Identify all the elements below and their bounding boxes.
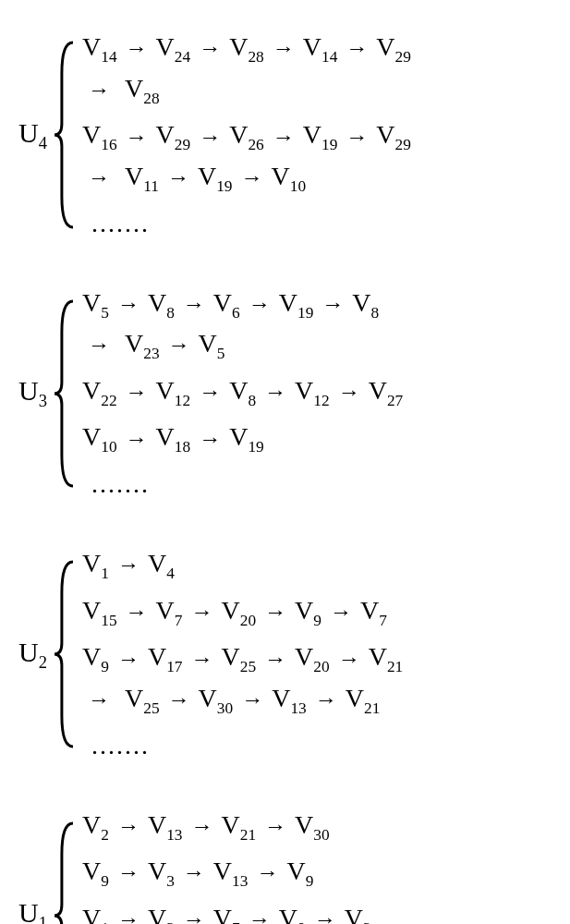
arrow-icon: → (183, 903, 205, 924)
arrow-icon: → (88, 328, 110, 361)
arrow-icon: → (117, 809, 139, 843)
sequence-row: V16→V29→V26→V19→V29→ V11→V19→V10 (82, 116, 552, 198)
arrow-icon: → (126, 375, 148, 408)
arrow-icon: → (241, 161, 263, 194)
node: V6 (213, 284, 240, 325)
node: V25 (125, 679, 160, 721)
arrow-icon: → (264, 375, 286, 408)
node: V19 (198, 157, 233, 199)
ellipsis: ....... (91, 204, 150, 243)
group-label-sub: 1 (39, 913, 47, 924)
group-label: U3 (18, 375, 47, 411)
node: V3 (148, 852, 175, 894)
arrow-icon: → (88, 161, 110, 194)
node: V19 (229, 418, 264, 459)
ellipsis: ....... (91, 465, 150, 504)
arrow-icon: → (264, 642, 286, 675)
node: V3 (148, 899, 175, 924)
arrow-icon: → (117, 548, 139, 581)
arrow-icon: → (273, 120, 295, 153)
arrow-icon: → (199, 422, 221, 456)
node: V5 (199, 324, 225, 366)
arrow-icon: → (249, 287, 271, 321)
arrow-icon: → (338, 642, 360, 675)
node: V20 (295, 638, 330, 679)
node: V28 (125, 69, 160, 111)
node: V9 (279, 899, 306, 924)
arrow-icon: → (117, 287, 139, 321)
node: V23 (125, 324, 160, 366)
arrow-icon: → (249, 903, 271, 924)
group-label: U2 (18, 637, 47, 673)
sequence-row: V5→V8→V6→V19→V8→ V23→V5 (82, 284, 522, 366)
brace-icon (53, 39, 73, 231)
arrow-icon: → (330, 595, 352, 628)
sequence-row: V1→V3→V7→V9→V3→ V12→V27 (82, 899, 522, 924)
node: V21 (346, 679, 381, 721)
node: V9 (286, 852, 313, 894)
node: V7 (213, 899, 240, 924)
group-u4: U4 V14→V24→V28→V14→V29→ V28V16→V29→V26→V… (18, 28, 552, 243)
arrow-icon: → (190, 642, 212, 675)
node: V25 (221, 638, 256, 679)
arrow-icon: → (117, 856, 139, 889)
group-label: U4 (18, 117, 47, 153)
group-label-main: U (18, 897, 39, 924)
arrow-icon: → (168, 328, 190, 361)
arrow-icon: → (190, 595, 212, 628)
sequence-row: V14→V24→V28→V14→V29→ V28 (82, 28, 552, 110)
arrow-icon: → (321, 287, 344, 321)
node: V12 (156, 371, 191, 413)
arrow-icon: → (199, 120, 221, 153)
arrow-icon: → (264, 809, 286, 843)
node: V24 (156, 28, 191, 69)
node: V29 (376, 116, 411, 157)
node: V5 (82, 284, 109, 325)
arrow-icon: → (346, 31, 368, 65)
arrow-icon: → (126, 595, 148, 628)
sequence-row: V15→V7→V20→V9→V7 (82, 591, 552, 633)
arrow-icon: → (190, 809, 212, 843)
arrow-icon: → (117, 903, 139, 924)
node: V19 (303, 116, 338, 157)
node: V8 (229, 371, 256, 413)
group-label-sub: 2 (39, 652, 47, 672)
arrow-icon: → (315, 683, 337, 716)
node: V17 (148, 638, 183, 679)
group-label-sub: 3 (39, 391, 47, 410)
node: V26 (229, 116, 264, 157)
group-content: V14→V24→V28→V14→V29→ V28V16→V29→V26→V19→… (82, 28, 552, 243)
sequence-row: V2→V13→V21→V30 (82, 806, 522, 847)
node: V21 (221, 806, 256, 847)
node: V11 (125, 157, 159, 199)
node: V8 (352, 284, 379, 325)
group-label-main: U (18, 637, 39, 667)
arrow-icon: → (126, 422, 148, 456)
node: V21 (369, 638, 404, 679)
arrow-icon: → (126, 31, 148, 65)
node: V29 (156, 116, 191, 157)
group-label-sub: 4 (39, 133, 47, 152)
group-content: V1→V4V15→V7→V20→V9→V7V9→V17→V25→V20→V21→… (82, 544, 552, 765)
node: V10 (272, 157, 307, 199)
node: V19 (279, 284, 314, 325)
node: V9 (295, 591, 321, 633)
node: V30 (295, 806, 330, 847)
arrow-icon: → (346, 120, 368, 153)
node: V13 (272, 679, 307, 721)
arrow-icon: → (338, 375, 360, 408)
arrow-icon: → (126, 120, 148, 153)
group-label-main: U (18, 117, 39, 148)
node: V12 (295, 371, 330, 413)
arrow-icon: → (117, 642, 139, 675)
node: V20 (221, 591, 256, 633)
group-content: V2→V13→V21→V30V9→V3→V13→V9V1→V3→V7→V9→V3… (82, 806, 522, 925)
arrow-icon: → (199, 31, 221, 65)
arrow-icon: → (256, 856, 278, 889)
group-u3: U3 V5→V8→V6→V19→V8→ V23→V5V22→V12→V8→V12… (18, 284, 552, 505)
arrow-icon: → (273, 31, 295, 65)
arrow-icon: → (167, 161, 189, 194)
sequence-row: V22→V12→V8→V12→V27 (82, 371, 522, 413)
node: V9 (82, 638, 109, 679)
brace-icon (53, 820, 73, 924)
